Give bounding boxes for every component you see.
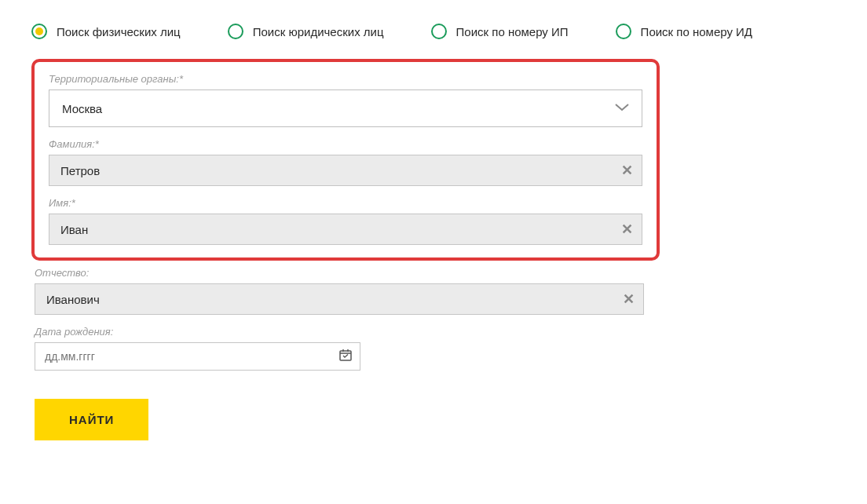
lastname-input[interactable] (49, 155, 642, 186)
lastname-label: Фамилия:* (49, 138, 642, 150)
clear-icon[interactable]: ✕ (621, 163, 633, 177)
radio-icon (616, 24, 631, 39)
territory-select[interactable]: Москва (49, 89, 642, 127)
territory-label: Территориальные органы:* (49, 73, 642, 85)
clear-icon[interactable]: ✕ (621, 222, 633, 236)
firstname-group: Имя:* ✕ (49, 197, 642, 245)
radio-icon (31, 24, 47, 39)
patronymic-input[interactable] (35, 283, 644, 315)
radio-ip-number[interactable]: Поиск по номеру ИП (431, 24, 569, 39)
search-button[interactable]: НАЙТИ (35, 399, 148, 440)
lastname-group: Фамилия:* ✕ (49, 138, 642, 186)
territory-value: Москва (49, 89, 642, 127)
birthdate-group: Дата рождения: (35, 326, 660, 371)
calendar-icon[interactable] (338, 348, 353, 365)
patronymic-label: Отчество: (35, 267, 660, 279)
radio-icon (431, 24, 447, 39)
radio-individuals[interactable]: Поиск физических лиц (31, 24, 181, 39)
search-type-radio-group: Поиск физических лиц Поиск юридических л… (31, 24, 836, 39)
firstname-input[interactable] (49, 214, 642, 245)
clear-icon[interactable]: ✕ (623, 292, 635, 306)
territory-group: Территориальные органы:* Москва (49, 73, 642, 127)
radio-legal-entities[interactable]: Поиск юридических лиц (228, 24, 384, 39)
svg-rect-0 (340, 351, 351, 360)
outer-fields: Отчество: ✕ Дата рождения: НАЙТИ (31, 267, 660, 440)
highlighted-area: Территориальные органы:* Москва Фамилия:… (31, 59, 660, 261)
radio-icon (228, 24, 243, 39)
radio-label: Поиск по номеру ИД (641, 25, 752, 38)
patronymic-group: Отчество: ✕ (35, 267, 660, 315)
birthdate-input[interactable] (35, 342, 360, 371)
radio-id-number[interactable]: Поиск по номеру ИД (616, 24, 752, 39)
radio-label: Поиск юридических лиц (253, 25, 384, 38)
radio-label: Поиск физических лиц (57, 25, 181, 38)
birthdate-label: Дата рождения: (35, 326, 660, 338)
firstname-label: Имя:* (49, 197, 642, 209)
radio-label: Поиск по номеру ИП (456, 25, 569, 38)
